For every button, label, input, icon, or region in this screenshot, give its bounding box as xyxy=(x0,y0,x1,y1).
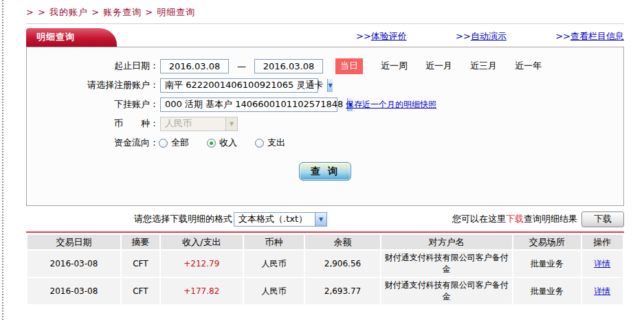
download-button[interactable]: 下载 xyxy=(581,212,624,227)
snapshot-link[interactable]: 保存近一个月的明细快照 xyxy=(346,99,436,111)
tab-row: 明细查询 >>体验评价 >>自动演示 >>查看栏目信息 xyxy=(26,29,624,47)
link-prefix: >> xyxy=(555,31,570,41)
header-venue: 交易场所 xyxy=(513,235,581,249)
download-format-value: 文本格式（.txt） xyxy=(234,213,311,225)
date-dash: — xyxy=(237,61,246,71)
header-action: 操作 xyxy=(582,235,623,249)
range-year[interactable]: 近一年 xyxy=(515,60,542,72)
cell-amount: +212.79 xyxy=(161,251,243,277)
cell-currency: 人民币 xyxy=(244,251,304,277)
download-format-group: 请您选择下载明细的格式 文本格式（.txt） ▼ xyxy=(134,212,327,227)
download-format-select[interactable]: 文本格式（.txt） ▼ xyxy=(234,212,327,227)
detail-link[interactable]: 详情 xyxy=(594,259,610,268)
currency-value: 人民币 xyxy=(161,117,196,130)
red-divider xyxy=(26,231,624,233)
register-account-row: 请选择注册账户： 南平 6222001406100921065 灵通卡 ▼ xyxy=(27,76,623,95)
download-row: 请您选择下载明细的格式 文本格式（.txt） ▼ 您可以在这里 下载 查询明细结… xyxy=(26,211,624,227)
page: > > 我的账户 > 账务查询 > 明细查询 明细查询 >>体验评价 >>自动演… xyxy=(26,0,624,306)
date-range-label: 起止日期： xyxy=(27,60,159,72)
register-account-label: 请选择注册账户： xyxy=(27,79,159,91)
date-from-input[interactable] xyxy=(160,59,229,73)
sub-account-label: 下挂账户： xyxy=(27,98,159,111)
range-month[interactable]: 近一月 xyxy=(425,60,452,72)
header-summary: 摘要 xyxy=(122,235,159,249)
cell-date: 2016-03-08 xyxy=(27,251,120,277)
tab-detail-query[interactable]: 明细查询 xyxy=(26,28,117,47)
sub-account-select[interactable]: 000 活期 基本户 1406600101102571848 ▼ xyxy=(160,98,337,112)
query-form-panel: 起止日期： — 当日 近一周 近一月 近三月 近一年 请选择注册账户： 南平 6… xyxy=(26,47,624,206)
cell-counterparty: 财付通支付科技有限公司客户备付金 xyxy=(381,278,512,304)
header-balance: 余额 xyxy=(305,235,379,249)
radio-icon xyxy=(255,139,264,148)
cell-balance: 2,693.77 xyxy=(305,278,379,304)
cell-counterparty: 财付通支付科技有限公司客户备付金 xyxy=(381,251,512,277)
range-quarter[interactable]: 近三月 xyxy=(470,60,497,72)
left-dotted-border xyxy=(2,0,3,320)
register-account-select[interactable]: 南平 6222001406100921065 灵通卡 ▼ xyxy=(160,78,318,93)
radio-label: 支出 xyxy=(267,137,285,149)
download-hint-group: 您可以在这里 下载 查询明细结果 下载 xyxy=(452,212,624,227)
download-hint-suffix: 查询明细结果 xyxy=(524,213,577,225)
date-range-row: 起止日期： — 当日 近一周 近一月 近三月 近一年 xyxy=(27,56,623,76)
fund-flow-label: 资金流向： xyxy=(27,137,159,149)
chevron-down-icon: ▼ xyxy=(225,117,237,130)
radio-label: 全部 xyxy=(171,137,189,149)
radio-flow-expense[interactable]: 支出 xyxy=(255,137,285,149)
sub-account-value: 000 活期 基本户 1406600101102571848 xyxy=(161,98,347,111)
radio-flow-income[interactable]: 收入 xyxy=(207,137,237,149)
results-table: 交易日期 摘要 收入/支出 币种 余额 对方户名 交易场所 操作 2016-03… xyxy=(26,233,624,306)
date-to-input[interactable] xyxy=(254,59,323,73)
range-week[interactable]: 近一周 xyxy=(381,60,408,72)
today-badge[interactable]: 当日 xyxy=(335,58,363,74)
download-hint-link[interactable]: 下载 xyxy=(506,213,524,225)
link-label: 体验评价 xyxy=(371,31,407,41)
query-button[interactable]: 查 询 xyxy=(299,162,351,181)
link-experience-review[interactable]: >>体验评价 xyxy=(356,30,407,43)
link-prefix: >> xyxy=(456,31,471,41)
radio-flow-all[interactable]: 全部 xyxy=(159,137,189,149)
breadcrumb-divider xyxy=(26,23,624,24)
radio-label: 收入 xyxy=(219,137,237,149)
table-row: 2016-03-08 CFT +212.79 人民币 2,906.56 财付通支… xyxy=(27,251,623,277)
link-view-column-info[interactable]: >>查看栏目信息 xyxy=(555,30,624,43)
download-hint-prefix: 您可以在这里 xyxy=(452,213,506,225)
link-label: 查看栏目信息 xyxy=(570,31,624,41)
currency-row: 币 种： 人民币 ▼ xyxy=(27,114,623,133)
header-currency: 币种 xyxy=(244,235,304,249)
download-format-label: 请您选择下载明细的格式 xyxy=(134,213,232,225)
cell-summary: CFT xyxy=(122,278,159,304)
cell-currency: 人民币 xyxy=(244,278,304,304)
table-row: 2016-03-08 CFT +177.82 人民币 2,693.77 财付通支… xyxy=(27,278,623,304)
currency-label: 币 种： xyxy=(27,117,159,130)
register-account-value: 南平 6222001406100921065 灵通卡 xyxy=(161,79,327,91)
breadcrumb[interactable]: > > 我的账户 > 账务查询 > 明细查询 xyxy=(26,6,624,19)
query-button-row: 查 询 xyxy=(27,162,623,181)
link-label: 自动演示 xyxy=(471,31,507,41)
cell-venue: 批量业务 xyxy=(513,251,581,277)
cell-balance: 2,906.56 xyxy=(305,251,379,277)
cell-date: 2016-03-08 xyxy=(27,278,120,304)
header-amount: 收入/支出 xyxy=(161,235,243,249)
table-header-row: 交易日期 摘要 收入/支出 币种 余额 对方户名 交易场所 操作 xyxy=(27,235,623,249)
fund-flow-row: 资金流向： 全部 收入 支出 xyxy=(27,133,623,152)
top-links: >>体验评价 >>自动演示 >>查看栏目信息 xyxy=(356,30,624,47)
chevron-down-icon: ▼ xyxy=(315,213,326,226)
cell-amount: +177.82 xyxy=(161,278,243,304)
currency-select: 人民币 ▼ xyxy=(160,117,238,131)
radio-icon xyxy=(159,139,168,148)
link-auto-demo[interactable]: >>自动演示 xyxy=(456,30,507,43)
header-counterparty: 对方户名 xyxy=(381,235,512,249)
radio-checked-icon xyxy=(207,139,216,148)
header-date: 交易日期 xyxy=(27,235,120,249)
link-prefix: >> xyxy=(356,31,371,41)
cell-venue: 批量业务 xyxy=(513,278,581,304)
cell-summary: CFT xyxy=(122,251,159,277)
chevron-down-icon: ▼ xyxy=(327,79,332,92)
detail-link[interactable]: 详情 xyxy=(594,286,610,296)
sub-account-row: 下挂账户： 000 活期 基本户 1406600101102571848 ▼ 保… xyxy=(27,95,623,114)
